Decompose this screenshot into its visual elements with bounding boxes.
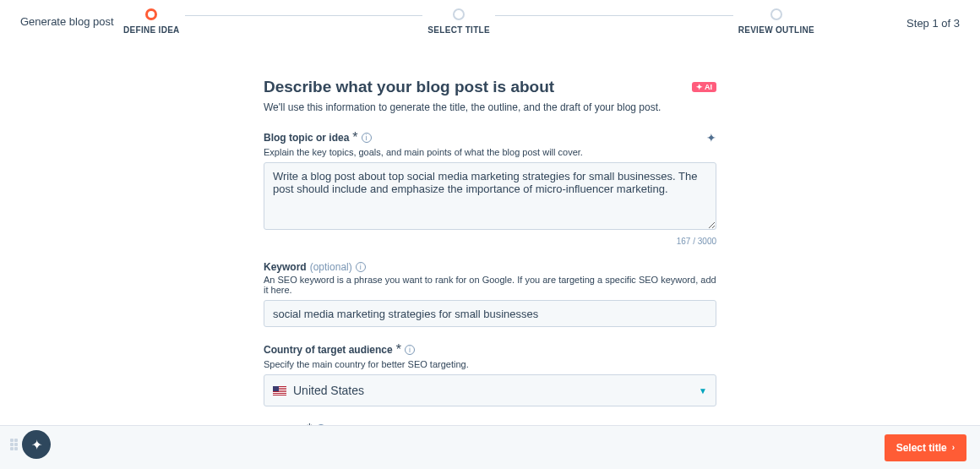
blog-topic-help: Explain the key topics, goals, and main … [264, 147, 716, 157]
stepper: DEFINE IDEA SELECT TITLE REVIEW OUTLINE [118, 8, 819, 35]
step-label: REVIEW OUTLINE [738, 25, 814, 35]
field-keyword: Keyword (optional) i An SEO keyword is a… [264, 261, 716, 327]
char-count: 167 / 3000 [264, 237, 716, 246]
ai-badge: ✦ AI [692, 82, 716, 92]
optional-mark: (optional) [310, 261, 352, 273]
field-blog-topic: Blog topic or idea * i ✦ Explain the key… [264, 130, 716, 246]
step-circle [770, 8, 782, 20]
keyword-input[interactable] [264, 300, 716, 327]
step-label: DEFINE IDEA [123, 25, 180, 35]
country-value: United States [293, 384, 364, 397]
country-select[interactable]: United States ▼ [264, 374, 716, 406]
drag-handle-icon[interactable] [10, 439, 20, 450]
assistant-fab-button[interactable]: ✦ [22, 430, 51, 459]
flag-us-icon [273, 386, 286, 395]
step-label: SELECT TITLE [427, 25, 490, 35]
select-title-label: Select title [896, 442, 947, 454]
info-icon[interactable]: i [362, 133, 372, 143]
sparkle-icon[interactable]: ✦ [706, 131, 716, 145]
chevron-down-icon: ▼ [699, 386, 707, 395]
blog-topic-input[interactable] [264, 162, 716, 230]
required-mark: * [352, 130, 357, 145]
app-title: Generate blog post [20, 15, 114, 28]
step-circle [453, 8, 465, 20]
step-review-outline[interactable]: REVIEW OUTLINE [733, 8, 819, 35]
field-country: Country of target audience * i Specify t… [264, 342, 716, 406]
page-title: Describe what your blog post is about [264, 78, 554, 96]
footer: cel Select title › [0, 425, 980, 469]
info-icon[interactable]: i [356, 262, 366, 272]
floating-action[interactable]: ✦ [10, 430, 51, 459]
info-icon[interactable]: i [405, 345, 415, 355]
keyword-help: An SEO keyword is a phrase you want to r… [264, 275, 716, 295]
select-title-button[interactable]: Select title › [885, 434, 966, 461]
sparkle-icon: ✦ [31, 437, 42, 453]
required-mark: * [396, 342, 401, 357]
keyword-label: Keyword [264, 261, 307, 273]
chevron-right-icon: › [952, 443, 955, 452]
country-label: Country of target audience [264, 344, 393, 356]
step-circle-active [145, 8, 157, 20]
step-select-title[interactable]: SELECT TITLE [422, 8, 495, 35]
page-subtitle: We'll use this information to generate t… [264, 101, 716, 113]
blog-topic-label: Blog topic or idea [264, 132, 349, 144]
step-define-idea[interactable]: DEFINE IDEA [118, 8, 185, 35]
step-indicator: Step 1 of 3 [906, 17, 960, 30]
country-help: Specify the main country for better SEO … [264, 359, 716, 369]
